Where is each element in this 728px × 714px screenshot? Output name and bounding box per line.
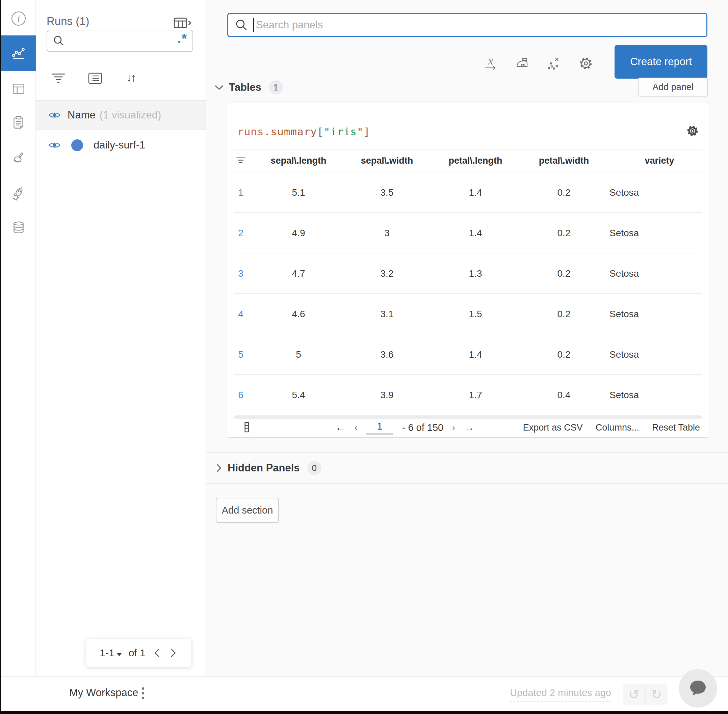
table-footer-actions: Export as CSV Columns... Reset Table bbox=[523, 418, 700, 437]
run-row[interactable]: daily-surf-1 bbox=[36, 130, 206, 160]
column-header[interactable]: variety bbox=[608, 156, 710, 166]
redo-icon[interactable]: ↻ bbox=[645, 684, 668, 705]
runs-title: Runs (1) bbox=[47, 15, 89, 28]
column-filter-icon[interactable] bbox=[227, 156, 254, 165]
x-axis-icon[interactable]: x bbox=[475, 56, 507, 70]
runs-visualized-count: (1 visualized) bbox=[99, 109, 161, 121]
list-settings-icon[interactable] bbox=[88, 72, 102, 84]
sort-icon[interactable]: ↓↑ bbox=[126, 71, 135, 84]
first-page-icon[interactable]: ← bbox=[335, 422, 346, 434]
workspace-menu-kebab-icon[interactable] bbox=[140, 686, 146, 700]
column-header[interactable]: petal\.width bbox=[520, 156, 608, 166]
table-cell: 5.4 bbox=[254, 390, 343, 400]
rocket-icon[interactable] bbox=[1, 180, 36, 206]
table-cell: 0.4 bbox=[520, 390, 608, 400]
table-header-row: sepal\.lengthsepal\.widthpetal\.lengthpe… bbox=[227, 149, 709, 172]
row-index-link[interactable]: 4 bbox=[238, 309, 244, 320]
eye-icon[interactable] bbox=[49, 111, 60, 120]
filter-icon[interactable] bbox=[51, 72, 66, 84]
chat-bubble-button[interactable] bbox=[679, 669, 717, 708]
window-edge bbox=[0, 711, 728, 714]
table-cell: 4.9 bbox=[254, 228, 343, 238]
table-cell: 3.9 bbox=[343, 390, 431, 400]
run-color-dot bbox=[71, 140, 83, 151]
settings-gear-icon[interactable] bbox=[570, 56, 602, 71]
eye-icon[interactable] bbox=[49, 141, 60, 150]
icon-rail: i bbox=[1, 0, 36, 676]
table-cell: Setosa bbox=[608, 390, 710, 400]
table-cell: 4.6 bbox=[254, 309, 343, 320]
table-row: 553.61.40.2Setosa bbox=[227, 334, 709, 375]
runs-search-input[interactable] bbox=[68, 35, 177, 46]
text-cursor bbox=[253, 18, 254, 32]
panel-search-box[interactable]: Search panels bbox=[227, 13, 707, 37]
row-index-link[interactable]: 5 bbox=[238, 349, 244, 360]
column-header[interactable]: sepal\.width bbox=[343, 156, 431, 166]
panel-settings-gear-icon[interactable] bbox=[686, 124, 699, 138]
row-index-link[interactable]: 3 bbox=[238, 268, 244, 279]
svg-text:i: i bbox=[17, 13, 20, 24]
page-number-input[interactable]: 1 bbox=[366, 421, 393, 435]
chevron-down-icon bbox=[214, 84, 224, 91]
row-index-link[interactable]: 6 bbox=[238, 390, 244, 400]
runs-toolbar: ↓↑ bbox=[36, 69, 182, 90]
column-header[interactable]: petal\.length bbox=[431, 156, 520, 166]
table-row: 44.63.11.50.2Setosa bbox=[227, 294, 709, 334]
prev-page-icon[interactable]: ‹ bbox=[355, 423, 358, 433]
runs-table-expand-icon[interactable] bbox=[172, 16, 193, 30]
table-cell: Setosa bbox=[608, 349, 710, 360]
create-report-button[interactable]: Create report bbox=[615, 45, 707, 79]
database-icon[interactable] bbox=[1, 215, 36, 240]
table-footer: ← ‹ 1 - 6 of 150 › → Export as CSV Colum… bbox=[227, 418, 709, 437]
add-panel-button[interactable]: Add panel bbox=[638, 78, 708, 96]
next-page-icon[interactable]: › bbox=[452, 423, 455, 433]
panel-title-token: runs bbox=[238, 126, 264, 138]
table-cell: 3.5 bbox=[343, 187, 431, 198]
row-index-link[interactable]: 1 bbox=[238, 187, 244, 198]
panel-title-token: " bbox=[357, 126, 364, 138]
updated-timestamp[interactable]: Updated 2 minutes ago bbox=[510, 687, 611, 702]
table-cell: 1.3 bbox=[431, 268, 520, 279]
clipboard-icon[interactable] bbox=[1, 110, 36, 135]
runs-page-range[interactable]: 1-1 bbox=[99, 647, 122, 658]
panel-title-token: " bbox=[324, 126, 331, 138]
broom-icon[interactable] bbox=[1, 147, 36, 172]
table-row: 65.43.91.70.4Setosa bbox=[227, 375, 709, 416]
row-index-link[interactable]: 2 bbox=[238, 228, 244, 238]
panel-title-token: [ bbox=[317, 126, 324, 138]
info-icon[interactable]: i bbox=[1, 6, 36, 31]
hidden-panels-header[interactable]: Hidden Panels 0 bbox=[206, 453, 728, 483]
table-cell: 5 bbox=[254, 349, 343, 360]
table-row: 24.931.40.2Setosa bbox=[227, 213, 709, 254]
panel-title-token: . bbox=[264, 126, 271, 138]
prev-page-icon[interactable] bbox=[152, 648, 162, 658]
column-header[interactable]: sepal\.length bbox=[254, 156, 343, 166]
export-csv-button[interactable]: Export as CSV bbox=[523, 423, 583, 433]
reset-table-button[interactable]: Reset Table bbox=[652, 423, 700, 433]
table-cell: 1.7 bbox=[431, 390, 520, 400]
table-cell: 3.2 bbox=[343, 268, 431, 279]
table-cell: 1.4 bbox=[431, 228, 520, 238]
table-cell: 5.1 bbox=[254, 187, 343, 198]
add-section-button[interactable]: Add section bbox=[216, 498, 279, 523]
line-chart-icon[interactable] bbox=[1, 35, 36, 71]
undo-icon[interactable]: ↺ bbox=[623, 684, 645, 705]
outliers-icon[interactable] bbox=[538, 56, 570, 71]
main-area: Search panels x bbox=[206, 0, 728, 676]
next-page-icon[interactable] bbox=[168, 648, 178, 658]
smoothing-iron-icon[interactable] bbox=[507, 56, 538, 71]
regex-toggle-icon[interactable]: .* bbox=[177, 39, 187, 43]
table-layout-icon[interactable] bbox=[1, 76, 36, 101]
search-icon bbox=[53, 35, 65, 47]
last-page-icon[interactable]: → bbox=[464, 422, 474, 434]
columns-button[interactable]: Columns... bbox=[596, 423, 639, 433]
table-cell: Setosa bbox=[608, 268, 710, 279]
table-rows: 15.13.51.40.2Setosa24.931.40.2Setosa34.7… bbox=[227, 172, 709, 416]
table-cell: 1.5 bbox=[431, 309, 520, 320]
row-height-icon[interactable] bbox=[244, 422, 250, 433]
runs-search-box[interactable]: .* bbox=[47, 30, 193, 52]
tables-section-header[interactable]: Tables 1 bbox=[214, 80, 283, 94]
history-controls: ↺ ↻ bbox=[623, 684, 668, 705]
table-cell: 0.2 bbox=[520, 228, 608, 238]
table-cell: Setosa bbox=[608, 309, 710, 320]
